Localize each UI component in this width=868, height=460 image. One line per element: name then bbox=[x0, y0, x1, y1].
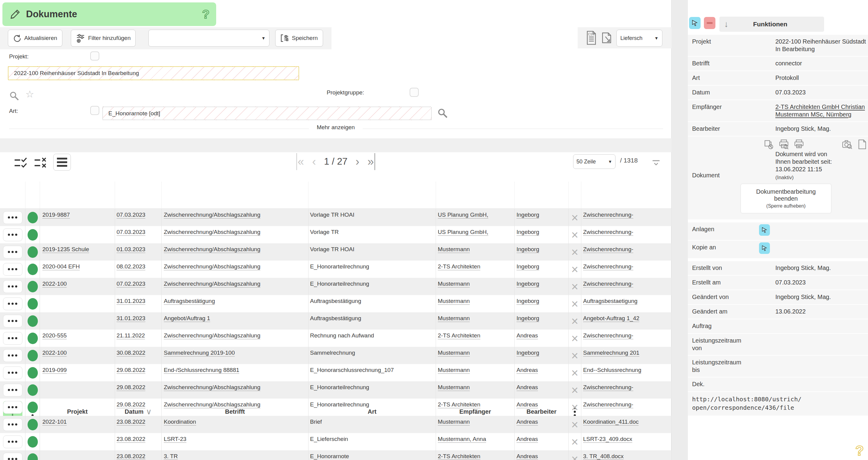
table-row[interactable]: 2020-004 EFH 08.02.2023 Zwischenrechnung… bbox=[0, 261, 672, 278]
cell-datum[interactable]: 29.08.2022 bbox=[115, 381, 162, 399]
row-menu-button[interactable] bbox=[3, 315, 22, 327]
table-row[interactable]: 23.08.2022 LSRT-23 E_Lieferschein Muster… bbox=[0, 433, 672, 450]
cell-art[interactable]: E_Honorarteilrechnung bbox=[309, 399, 436, 416]
cell-datum[interactable]: 08.02.2023 bbox=[115, 261, 162, 278]
cell-betrifft[interactable]: Zwischenrechnung/Abschlagszahlung bbox=[162, 278, 309, 295]
cell-datum[interactable]: 31.01.2023 bbox=[115, 312, 162, 330]
cell-art[interactable]: Vorlage TR bbox=[309, 226, 436, 243]
scan-preview-icon[interactable] bbox=[842, 139, 852, 150]
cell-betrifft[interactable]: Zwischenrechnung/Abschlagszahlung bbox=[162, 226, 309, 243]
print-icon[interactable] bbox=[794, 139, 804, 150]
clear-icon[interactable]: × bbox=[571, 315, 578, 327]
export-pdf-icon[interactable] bbox=[601, 31, 613, 45]
kopie-an-pointer-button[interactable] bbox=[759, 242, 770, 254]
clear-icon[interactable]: × bbox=[571, 419, 578, 431]
row-menu-button[interactable] bbox=[3, 263, 22, 276]
cell-bearbeiter[interactable]: Andreas bbox=[515, 416, 568, 433]
cell-art[interactable]: Vorlage TR HOAI bbox=[309, 209, 436, 226]
row-menu-button[interactable] bbox=[3, 435, 22, 448]
cell-bearbeiter[interactable]: Andreas bbox=[515, 450, 568, 460]
cell-empfaenger[interactable]: US Planung GmbH, bbox=[436, 226, 515, 243]
cell-bearbeiter[interactable]: Ingeborg bbox=[515, 295, 568, 312]
clear-icon[interactable]: × bbox=[571, 281, 578, 293]
refresh-button[interactable]: Aktualisieren bbox=[8, 30, 62, 46]
cell-dokument[interactable]: Sammelrechnung 201 bbox=[581, 347, 672, 364]
row-menu-button[interactable] bbox=[3, 211, 22, 224]
row-menu-button[interactable] bbox=[3, 229, 22, 241]
projekt-filter-checkbox[interactable] bbox=[90, 52, 99, 61]
cell-projekt[interactable] bbox=[40, 312, 115, 330]
clear-icon[interactable]: × bbox=[571, 263, 578, 275]
clear-icon[interactable]: × bbox=[571, 298, 578, 310]
cell-datum[interactable]: 30.08.2022 bbox=[115, 347, 162, 364]
cell-empfaenger[interactable]: Mustermann bbox=[436, 416, 515, 433]
cell-empfaenger[interactable]: Mustermann bbox=[436, 312, 515, 330]
cell-dokument[interactable]: Zwischenrechnung- bbox=[581, 278, 672, 295]
cell-datum[interactable]: 01.03.2023 bbox=[115, 243, 162, 261]
cell-projekt[interactable]: 2019-099 bbox=[40, 364, 115, 381]
clear-icon[interactable]: × bbox=[571, 211, 578, 224]
cell-bearbeiter[interactable]: Ingeborg bbox=[515, 226, 568, 243]
saved-filter-select[interactable]: ▼ bbox=[148, 30, 270, 46]
table-row[interactable]: 2022-101 23.08.2022 Koordination Brief M… bbox=[0, 416, 672, 433]
cell-dokument[interactable]: LSRT-23_409.docx bbox=[581, 433, 672, 450]
star-icon[interactable]: ☆ bbox=[25, 88, 34, 100]
table-row[interactable]: 31.01.2023 Auftragsbestätigung Auftragsb… bbox=[0, 295, 672, 312]
cell-datum[interactable]: 29.08.2022 bbox=[115, 364, 162, 381]
clear-icon[interactable]: × bbox=[571, 453, 578, 460]
prev-page-icon[interactable]: ‹ bbox=[312, 153, 316, 170]
cell-art[interactable]: E_Honorarschlussrechnung_107 bbox=[309, 364, 436, 381]
copy-blocked-icon[interactable] bbox=[764, 139, 774, 150]
projektgruppe-filter-checkbox[interactable] bbox=[410, 88, 419, 97]
help-icon[interactable]: ? bbox=[202, 7, 210, 21]
cell-datum[interactable]: 23.08.2022 bbox=[115, 450, 162, 460]
cell-bearbeiter[interactable]: Ingeborg bbox=[515, 243, 568, 261]
cell-betrifft[interactable]: End-/Schlussrechnung 88881 bbox=[162, 364, 309, 381]
cell-betrifft[interactable]: 3. TR bbox=[162, 450, 309, 460]
row-menu-button[interactable] bbox=[3, 297, 22, 310]
cell-dokument[interactable]: Zwischenrechnung- bbox=[581, 381, 672, 399]
table-row[interactable]: 2019-9887 07.03.2023 Zwischenrechnung/Ab… bbox=[0, 209, 672, 226]
cell-betrifft[interactable]: Auftragsbestätigung bbox=[162, 295, 309, 312]
row-menu-button[interactable] bbox=[3, 401, 22, 414]
pointer-select-button[interactable] bbox=[689, 17, 701, 29]
clear-icon[interactable]: × bbox=[571, 350, 578, 362]
document-url[interactable]: http://localhost:8080/ustrich/open/corre… bbox=[692, 395, 804, 412]
cell-art[interactable]: Auftragsbestätigung bbox=[309, 312, 436, 330]
cell-art[interactable]: Sammelrechnung bbox=[309, 347, 436, 364]
cell-art[interactable]: Brief bbox=[309, 416, 436, 433]
cell-betrifft[interactable]: Zwischenrechnung/Abschlagszahlung bbox=[162, 261, 309, 278]
cell-art[interactable]: E_Lieferschein bbox=[309, 433, 436, 450]
first-page-icon[interactable]: « bbox=[297, 153, 304, 170]
cell-empfaenger[interactable]: Mustermann bbox=[436, 347, 515, 364]
save-button[interactable]: Speichern bbox=[275, 30, 323, 46]
cell-art[interactable]: E_Honorarteilrechnung bbox=[309, 278, 436, 295]
row-menu-button[interactable] bbox=[3, 349, 22, 362]
cell-empfaenger[interactable]: Mustermann bbox=[436, 381, 515, 399]
projekt-filter-input[interactable]: 2022-100 Reihenhäuser Südstadt In Bearbe… bbox=[8, 66, 299, 80]
cell-projekt[interactable]: 2022-101 bbox=[40, 416, 115, 433]
clear-icon[interactable]: × bbox=[571, 436, 578, 448]
cell-datum[interactable]: 07.02.2023 bbox=[115, 278, 162, 295]
row-menu-button[interactable] bbox=[3, 246, 22, 258]
cell-art[interactable]: E_Honorarteilrechnung bbox=[309, 261, 436, 278]
empfaenger-link[interactable]: 2-TS Architekten GmbH Christian Musterma… bbox=[775, 103, 865, 118]
cell-betrifft[interactable]: Zwischenrechnung/Abschlagszahlung bbox=[162, 399, 309, 416]
cell-projekt[interactable]: 2019-9887 bbox=[40, 209, 115, 226]
cell-betrifft[interactable]: Zwischenrechnung/Abschlagszahlung bbox=[162, 381, 309, 399]
export-type-select[interactable]: Liefersch ▼ bbox=[616, 30, 662, 46]
cell-projekt[interactable]: 2022-100 bbox=[40, 347, 115, 364]
cell-datum[interactable]: 21.11.2022 bbox=[115, 330, 162, 347]
print-preview-icon[interactable] bbox=[779, 139, 789, 150]
clear-icon[interactable]: × bbox=[571, 332, 578, 344]
funktionen-header[interactable]: ↓ Funktionen bbox=[719, 17, 824, 32]
cell-projekt[interactable]: 2020-555 bbox=[40, 330, 115, 347]
cell-dokument[interactable]: Zwischenrechnung- bbox=[581, 226, 672, 243]
add-filter-button[interactable]: Filter hinzufügen bbox=[71, 30, 136, 46]
row-menu-button[interactable] bbox=[3, 418, 22, 431]
cell-empfaenger[interactable]: US Planung GmbH, bbox=[436, 209, 515, 226]
table-row[interactable]: 2020-555 21.11.2022 Zwischenrechnung/Abs… bbox=[0, 330, 672, 347]
cell-bearbeiter[interactable]: Ingeborg bbox=[515, 347, 568, 364]
cell-empfaenger[interactable]: Mustermann bbox=[436, 278, 515, 295]
cell-dokument[interactable]: Zwischenrechnung- bbox=[581, 243, 672, 261]
